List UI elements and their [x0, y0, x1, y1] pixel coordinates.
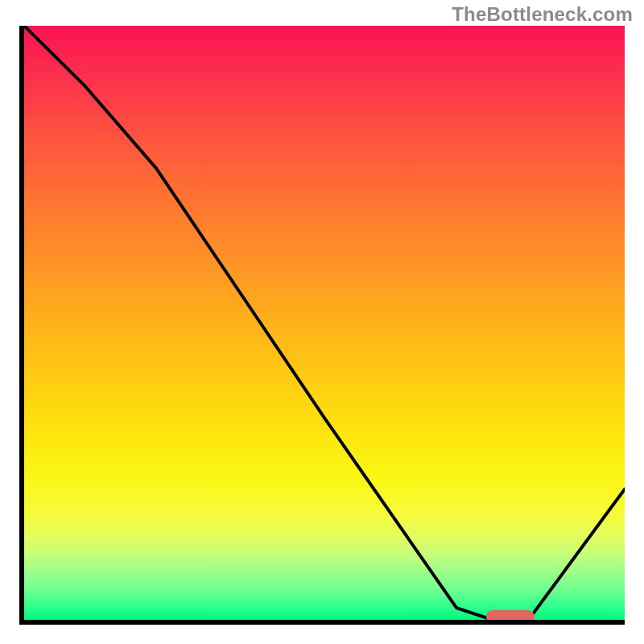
plot-area — [24, 26, 625, 620]
plot-frame — [19, 26, 625, 625]
bottleneck-curve — [24, 26, 625, 620]
attribution-text: TheBottleneck.com — [452, 3, 633, 26]
optimal-range-marker — [486, 610, 535, 620]
chart-container: TheBottleneck.com — [0, 0, 644, 644]
